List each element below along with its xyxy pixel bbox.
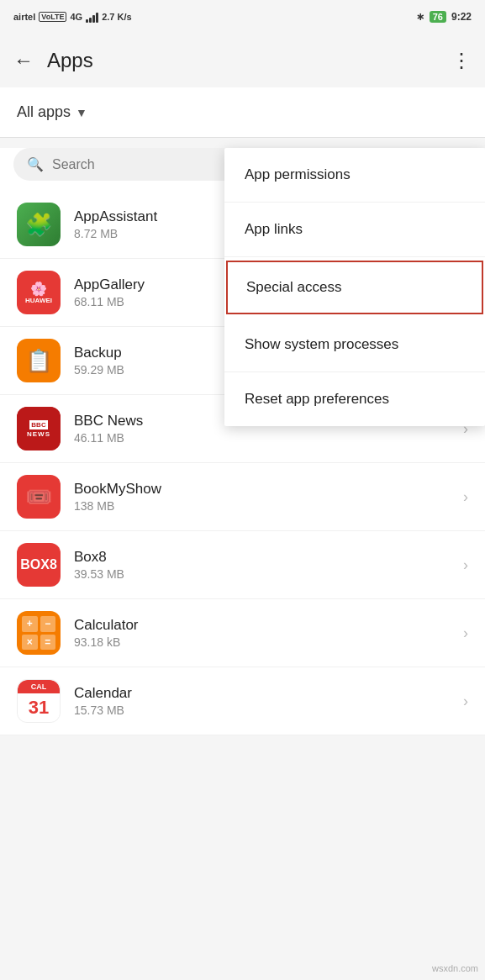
- app-icon-box8: BOX8: [17, 543, 61, 587]
- app-name: BookMyShow: [74, 481, 463, 498]
- more-options-button[interactable]: ⋮: [451, 49, 472, 72]
- search-icon: 🔍: [27, 156, 44, 172]
- app-size: 138 MB: [74, 499, 463, 513]
- page-title: Apps: [47, 49, 93, 72]
- app-info: Calendar 15.73 MB: [74, 685, 463, 717]
- app-name: Calculator: [74, 617, 463, 634]
- filter-bar[interactable]: All apps ▼: [0, 87, 485, 138]
- list-item[interactable]: 🎟️ BookMyShow 138 MB ›: [0, 463, 485, 531]
- chevron-right-icon: ›: [463, 624, 468, 642]
- dropdown-item-reset-prefs[interactable]: Reset app preferences: [224, 372, 485, 426]
- status-bar: airtel VoLTE 4G 2.7 K/s ∗ 76 9:22: [0, 0, 485, 34]
- app-info: BookMyShow 138 MB: [74, 481, 463, 513]
- carrier-info: airtel VoLTE 4G 2.7 K/s: [13, 11, 132, 23]
- app-info: Calculator 93.18 kB: [74, 617, 463, 649]
- app-name: Calendar: [74, 685, 463, 702]
- app-icon-calculator: + − × =: [17, 611, 61, 655]
- carrier-name: airtel: [13, 12, 35, 22]
- watermark: wsxdn.com: [432, 963, 478, 973]
- battery-icon: 76: [430, 11, 446, 23]
- header-left: ← Apps: [13, 49, 93, 72]
- chevron-right-icon: ›: [463, 556, 468, 574]
- chevron-right-icon: ›: [463, 693, 468, 710]
- dropdown-arrow-icon: ▼: [76, 106, 87, 119]
- speed-indicator: 2.7 K/s: [102, 12, 131, 22]
- app-size: 46.11 MB: [74, 431, 463, 445]
- app-name: Box8: [74, 549, 463, 566]
- filter-label[interactable]: All apps ▼: [17, 103, 87, 121]
- dropdown-item-app-links[interactable]: App links: [224, 203, 485, 257]
- dropdown-menu: App permissions App links Special access…: [224, 148, 485, 426]
- dropdown-item-special-access[interactable]: Special access: [226, 261, 483, 314]
- chevron-right-icon: ›: [463, 488, 468, 506]
- app-icon-bookmyshow: 🎟️: [17, 475, 61, 519]
- time-display: 9:22: [451, 11, 472, 23]
- list-item[interactable]: BOX8 Box8 39.53 MB ›: [0, 531, 485, 599]
- main-content: 🔍 🧩 AppAssistant 8.72 MB 🌸 HUAWEI Ap: [0, 148, 485, 735]
- dropdown-item-show-system[interactable]: Show system processes: [224, 318, 485, 372]
- list-item[interactable]: CAL 31 Calendar 15.73 MB ›: [0, 667, 485, 735]
- page-header: ← Apps ⋮: [0, 34, 485, 87]
- network-type: 4G: [70, 12, 82, 22]
- app-icon-bbcnews: BBC NEWS: [17, 407, 61, 450]
- system-status: ∗ 76 9:22: [416, 11, 472, 23]
- list-item[interactable]: + − × = Calculator 93.18 kB ›: [0, 599, 485, 667]
- app-icon-appassistant: 🧩: [17, 203, 61, 246]
- app-size: 39.53 MB: [74, 567, 463, 581]
- app-icon-backup: 📋: [17, 339, 61, 382]
- signal-icon: [86, 11, 98, 23]
- volte-badge: VoLTE: [39, 12, 66, 22]
- app-size: 15.73 MB: [74, 703, 463, 717]
- app-icon-calendar: CAL 31: [17, 679, 61, 723]
- dropdown-item-app-permissions[interactable]: App permissions: [224, 148, 485, 203]
- app-info: Box8 39.53 MB: [74, 549, 463, 581]
- app-size: 93.18 kB: [74, 635, 463, 649]
- back-button[interactable]: ←: [13, 49, 34, 72]
- app-icon-appgallery: 🌸 HUAWEI: [17, 271, 61, 314]
- bluetooth-icon: ∗: [416, 11, 424, 23]
